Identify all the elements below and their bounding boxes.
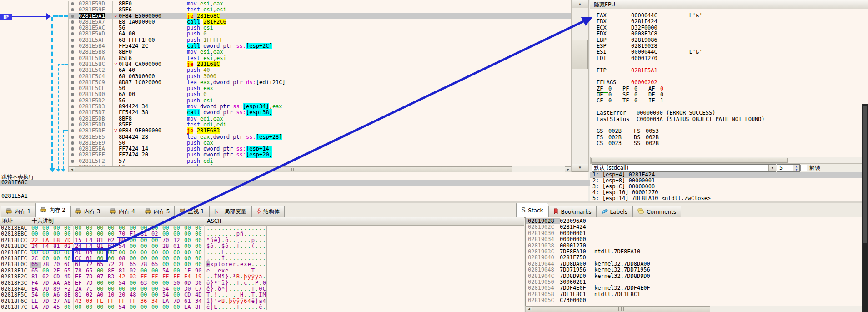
hex-byte[interactable]: 00 bbox=[150, 237, 161, 243]
address-cell[interactable]: 0281E5C2 bbox=[77, 67, 113, 73]
bytes-cell[interactable]: 50 bbox=[119, 140, 187, 146]
hex-byte[interactable]: 4C bbox=[74, 250, 85, 256]
address-cell[interactable]: 0281E5BC bbox=[77, 61, 113, 67]
hex-byte[interactable]: 00 bbox=[85, 304, 95, 310]
hex-byte[interactable]: 00 bbox=[161, 225, 172, 231]
hex-byte[interactable]: 00 bbox=[194, 256, 205, 262]
instruction-cell[interactable]: je 281E683 bbox=[187, 128, 572, 134]
hex-byte[interactable]: 7D bbox=[85, 280, 95, 286]
hex-byte[interactable]: 4D bbox=[63, 274, 74, 280]
dump-row[interactable]: 02818F5C5400A68E8102A010204800005400CD4D… bbox=[0, 292, 524, 298]
hex-byte[interactable]: 00 bbox=[106, 256, 117, 262]
stack-row[interactable]: 028190587DF1E8C1ntdll.7DF1E8C1 bbox=[526, 292, 868, 297]
breakpoint-gutter[interactable] bbox=[69, 61, 77, 67]
hex-byte[interactable]: 04 bbox=[85, 250, 95, 256]
disasm-row[interactable]: 0281E5EEFF7424 20push dword ptr ss:[esp+… bbox=[69, 152, 572, 158]
hex-byte[interactable]: 65 bbox=[30, 268, 41, 274]
register-row[interactable]: ECXD32F0000 bbox=[597, 25, 867, 31]
hex-byte[interactable]: 00 bbox=[150, 256, 161, 262]
stack-rows[interactable]: 02819028028096A00281902C0281F42402819030… bbox=[526, 217, 868, 303]
stack-row[interactable]: 0281905CC7300000 bbox=[526, 297, 868, 303]
instruction-cell[interactable]: lea eax,dword ptr ss:[esp+28] bbox=[187, 134, 572, 140]
breakpoint-dot-icon[interactable] bbox=[71, 81, 74, 84]
hex-byte[interactable]: 81 bbox=[117, 268, 128, 274]
tab-bookmarks[interactable]: Bookmarks bbox=[548, 206, 597, 217]
disasm-row[interactable]: 0281E5AD6A 00push 0 bbox=[69, 31, 572, 37]
hex-byte[interactable]: 81 bbox=[52, 243, 63, 249]
hex-byte[interactable]: 00 bbox=[74, 225, 85, 231]
hex-byte[interactable]: 00 bbox=[172, 262, 183, 267]
hex-byte[interactable]: A8 bbox=[63, 280, 74, 286]
tab-stack[interactable]: SStack bbox=[516, 203, 548, 217]
breakpoint-dot-icon[interactable] bbox=[71, 93, 74, 96]
hex-byte[interactable]: 7D bbox=[41, 304, 52, 310]
hex-byte[interactable]: 0D bbox=[183, 280, 194, 286]
breakpoint-gutter[interactable] bbox=[69, 19, 77, 25]
hex-byte[interactable]: 7C bbox=[85, 286, 95, 292]
register-row[interactable] bbox=[597, 104, 867, 110]
disasm-row[interactable]: 0281E5D06A 00push 0 bbox=[69, 91, 572, 97]
hex-byte[interactable]: 2E bbox=[52, 268, 63, 274]
disasm-row[interactable]: 0281E5E950push eax bbox=[69, 140, 572, 146]
hex-byte[interactable]: EF bbox=[74, 280, 85, 286]
instruction-cell[interactable]: je 281E68C bbox=[187, 13, 572, 19]
hex-byte[interactable]: 00 bbox=[139, 268, 150, 274]
bytes-cell[interactable]: 85F6 bbox=[119, 7, 187, 13]
stack-row[interactable]: 028190400281F750 bbox=[526, 255, 868, 261]
hex-byte[interactable]: 4D bbox=[194, 292, 205, 298]
hex-byte[interactable]: E4 bbox=[183, 274, 194, 280]
disasm-row[interactable]: 0281E59F85F6test esi,esi bbox=[69, 7, 572, 13]
hex-byte[interactable]: 00 bbox=[95, 280, 106, 286]
hex-byte[interactable]: FF bbox=[172, 274, 183, 280]
stack-row[interactable]: 0281905030060281 bbox=[526, 279, 868, 285]
register-row[interactable] bbox=[597, 122, 867, 128]
hex-byte[interactable]: 00 bbox=[95, 304, 106, 310]
breakpoint-gutter[interactable] bbox=[69, 86, 77, 91]
instruction-cell[interactable]: mov esi,eax bbox=[187, 49, 572, 55]
scrollbar-thumb[interactable] bbox=[591, 158, 788, 163]
hex-byte[interactable]: 00 bbox=[172, 304, 183, 310]
hex-byte[interactable]: 01 bbox=[85, 256, 95, 262]
hex-byte[interactable]: 00 bbox=[139, 237, 150, 243]
register-row[interactable]: ESP02819028 bbox=[597, 43, 867, 49]
hex-byte[interactable]: 00 bbox=[183, 262, 194, 267]
hex-byte[interactable]: 00 bbox=[63, 225, 74, 231]
address-cell[interactable]: 0281E5BA bbox=[77, 55, 113, 61]
disasm-row[interactable]: 0281E5C468 00300000push 3000 bbox=[69, 74, 572, 80]
hex-byte[interactable]: 81 bbox=[74, 292, 85, 298]
hex-byte[interactable]: CD bbox=[183, 292, 194, 298]
hex-byte[interactable]: E8 bbox=[52, 237, 63, 243]
instruction-cell[interactable]: lea eax,dword ptr ds:[edi+21C] bbox=[187, 80, 572, 86]
hex-byte[interactable]: 00 bbox=[95, 231, 106, 237]
address-cell[interactable]: 0281E5A1 bbox=[77, 13, 113, 19]
stack-row[interactable]: 0281903C7DE8FA10ntdll.7DE8FA10 bbox=[526, 249, 868, 255]
breakpoint-gutter[interactable] bbox=[69, 67, 77, 73]
stack-row[interactable]: 0281903400000000 bbox=[526, 237, 868, 242]
breakpoint-gutter[interactable] bbox=[69, 128, 77, 134]
dump-row[interactable]: 02818F7CEA7D450000000000540000000000EA8F… bbox=[0, 304, 524, 310]
tab-watch-1[interactable]: 监视 1 bbox=[175, 206, 209, 217]
hex-byte[interactable]: 00 bbox=[128, 243, 139, 249]
hex-byte[interactable]: 00 bbox=[95, 225, 106, 231]
breakpoint-dot-icon[interactable] bbox=[71, 75, 74, 78]
breakpoint-gutter[interactable] bbox=[69, 140, 77, 146]
register-row[interactable]: OF0SF0DF0 bbox=[597, 92, 867, 98]
hex-byte[interactable]: EE bbox=[74, 274, 85, 280]
hex-byte[interactable]: 7D bbox=[63, 237, 74, 243]
bytes-cell[interactable]: 6A 00 bbox=[119, 31, 187, 37]
hex-byte[interactable]: 70 bbox=[52, 262, 63, 267]
hex-byte[interactable]: 8E bbox=[63, 292, 74, 298]
disasm-row[interactable]: 0281E5F257push edi bbox=[69, 158, 572, 164]
tab-labels[interactable]: Labels bbox=[597, 206, 633, 217]
bytes-cell[interactable]: 8BF8 bbox=[119, 116, 187, 122]
bytes-cell[interactable]: 85FF bbox=[119, 122, 187, 128]
dump-row[interactable]: 02818EEC000000004C0400000000000000000000… bbox=[0, 250, 524, 256]
hex-byte[interactable]: 00 bbox=[139, 225, 150, 231]
hex-byte[interactable]: 00 bbox=[150, 225, 161, 231]
hex-byte[interactable]: 00 bbox=[128, 304, 139, 310]
hex-byte[interactable]: 00 bbox=[95, 256, 106, 262]
breakpoint-gutter[interactable] bbox=[69, 7, 77, 13]
hex-byte[interactable]: 00 bbox=[63, 231, 74, 237]
breakpoint-gutter[interactable] bbox=[69, 104, 77, 110]
scrollbar-thumb[interactable] bbox=[572, 40, 588, 69]
